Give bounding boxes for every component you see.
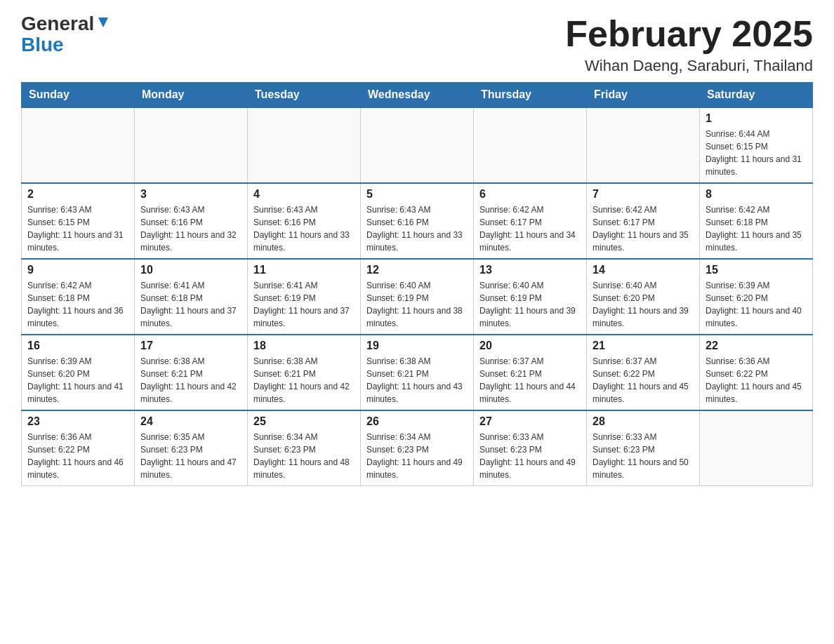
day-info: Sunrise: 6:42 AMSunset: 6:18 PMDaylight:…: [706, 203, 807, 254]
table-row: 11Sunrise: 6:41 AMSunset: 6:19 PMDayligh…: [248, 259, 361, 335]
day-number: 11: [253, 264, 355, 276]
table-row: 23Sunrise: 6:36 AMSunset: 6:22 PMDayligh…: [22, 410, 135, 486]
table-row: 18Sunrise: 6:38 AMSunset: 6:21 PMDayligh…: [248, 335, 361, 410]
header-tuesday: Tuesday: [248, 83, 361, 108]
day-number: 14: [593, 264, 694, 276]
day-number: 26: [366, 415, 468, 428]
day-number: 4: [253, 188, 355, 201]
table-row: 17Sunrise: 6:38 AMSunset: 6:21 PMDayligh…: [135, 335, 248, 410]
day-info: Sunrise: 6:40 AMSunset: 6:20 PMDaylight:…: [593, 279, 694, 330]
day-info: Sunrise: 6:34 AMSunset: 6:23 PMDaylight:…: [253, 431, 355, 481]
day-info: Sunrise: 6:33 AMSunset: 6:23 PMDaylight:…: [593, 431, 694, 481]
day-number: 3: [140, 188, 241, 201]
day-info: Sunrise: 6:41 AMSunset: 6:19 PMDaylight:…: [253, 279, 355, 330]
table-row: [248, 107, 361, 183]
table-row: 6Sunrise: 6:42 AMSunset: 6:17 PMDaylight…: [474, 183, 587, 259]
day-info: Sunrise: 6:39 AMSunset: 6:20 PMDaylight:…: [27, 355, 128, 405]
logo-text-general: General: [21, 14, 94, 34]
logo-arrow-icon: [95, 15, 111, 30]
day-number: 22: [706, 340, 807, 352]
weekday-header-row: Sunday Monday Tuesday Wednesday Thursday…: [22, 83, 813, 108]
table-row: 14Sunrise: 6:40 AMSunset: 6:20 PMDayligh…: [587, 259, 700, 335]
table-row: 16Sunrise: 6:39 AMSunset: 6:20 PMDayligh…: [22, 335, 135, 410]
day-info: Sunrise: 6:40 AMSunset: 6:19 PMDaylight:…: [479, 279, 581, 330]
day-info: Sunrise: 6:40 AMSunset: 6:19 PMDaylight:…: [366, 279, 468, 330]
table-row: 7Sunrise: 6:42 AMSunset: 6:17 PMDaylight…: [587, 183, 700, 259]
day-number: 20: [479, 340, 581, 352]
table-row: [22, 107, 135, 183]
calendar-week-row: 23Sunrise: 6:36 AMSunset: 6:22 PMDayligh…: [22, 410, 813, 486]
table-row: 2Sunrise: 6:43 AMSunset: 6:15 PMDaylight…: [22, 183, 135, 259]
day-number: 24: [140, 415, 241, 428]
calendar-week-row: 16Sunrise: 6:39 AMSunset: 6:20 PMDayligh…: [22, 335, 813, 410]
day-info: Sunrise: 6:42 AMSunset: 6:17 PMDaylight:…: [479, 203, 581, 254]
day-info: Sunrise: 6:37 AMSunset: 6:21 PMDaylight:…: [479, 355, 581, 405]
table-row: 13Sunrise: 6:40 AMSunset: 6:19 PMDayligh…: [474, 259, 587, 335]
day-number: 13: [479, 264, 581, 276]
header-thursday: Thursday: [474, 83, 587, 108]
day-number: 9: [27, 264, 128, 276]
calendar-title: February 2025: [565, 14, 813, 54]
day-info: Sunrise: 6:43 AMSunset: 6:16 PMDaylight:…: [366, 203, 468, 254]
header-saturday: Saturday: [700, 83, 813, 108]
table-row: 10Sunrise: 6:41 AMSunset: 6:18 PMDayligh…: [135, 259, 248, 335]
day-number: 10: [140, 264, 241, 276]
day-info: Sunrise: 6:38 AMSunset: 6:21 PMDaylight:…: [366, 355, 468, 405]
table-row: 3Sunrise: 6:43 AMSunset: 6:16 PMDaylight…: [135, 183, 248, 259]
day-number: 1: [706, 112, 807, 125]
table-row: 8Sunrise: 6:42 AMSunset: 6:18 PMDaylight…: [700, 183, 813, 259]
calendar-subtitle: Wihan Daeng, Saraburi, Thailand: [565, 57, 813, 75]
day-number: 21: [593, 340, 694, 352]
table-row: 22Sunrise: 6:36 AMSunset: 6:22 PMDayligh…: [700, 335, 813, 410]
table-row: [135, 107, 248, 183]
day-info: Sunrise: 6:38 AMSunset: 6:21 PMDaylight:…: [253, 355, 355, 405]
table-row: 1Sunrise: 6:44 AMSunset: 6:15 PMDaylight…: [700, 107, 813, 183]
day-number: 23: [27, 415, 128, 428]
table-row: 28Sunrise: 6:33 AMSunset: 6:23 PMDayligh…: [587, 410, 700, 486]
day-info: Sunrise: 6:43 AMSunset: 6:15 PMDaylight:…: [27, 203, 128, 254]
day-info: Sunrise: 6:43 AMSunset: 6:16 PMDaylight:…: [140, 203, 241, 254]
day-number: 6: [479, 188, 581, 201]
day-number: 16: [27, 340, 128, 352]
table-row: 5Sunrise: 6:43 AMSunset: 6:16 PMDaylight…: [361, 183, 474, 259]
day-info: Sunrise: 6:42 AMSunset: 6:17 PMDaylight:…: [593, 203, 694, 254]
day-number: 25: [253, 415, 355, 428]
logo-text-blue: Blue: [21, 34, 64, 56]
table-row: [474, 107, 587, 183]
table-row: 19Sunrise: 6:38 AMSunset: 6:21 PMDayligh…: [361, 335, 474, 410]
day-info: Sunrise: 6:44 AMSunset: 6:15 PMDaylight:…: [706, 128, 807, 178]
table-row: 9Sunrise: 6:42 AMSunset: 6:18 PMDaylight…: [22, 259, 135, 335]
calendar-week-row: 2Sunrise: 6:43 AMSunset: 6:15 PMDaylight…: [22, 183, 813, 259]
day-info: Sunrise: 6:33 AMSunset: 6:23 PMDaylight:…: [479, 431, 581, 481]
day-info: Sunrise: 6:38 AMSunset: 6:21 PMDaylight:…: [140, 355, 241, 405]
title-block: February 2025 Wihan Daeng, Saraburi, Tha…: [565, 14, 813, 75]
day-number: 18: [253, 340, 355, 352]
table-row: 25Sunrise: 6:34 AMSunset: 6:23 PMDayligh…: [248, 410, 361, 486]
day-number: 2: [27, 188, 128, 201]
svg-marker-0: [98, 18, 108, 27]
table-row: 20Sunrise: 6:37 AMSunset: 6:21 PMDayligh…: [474, 335, 587, 410]
table-row: 26Sunrise: 6:34 AMSunset: 6:23 PMDayligh…: [361, 410, 474, 486]
day-info: Sunrise: 6:41 AMSunset: 6:18 PMDaylight:…: [140, 279, 241, 330]
day-number: 12: [366, 264, 468, 276]
header-monday: Monday: [135, 83, 248, 108]
day-number: 7: [593, 188, 694, 201]
day-number: 8: [706, 188, 807, 201]
day-number: 15: [706, 264, 807, 276]
calendar-week-row: 9Sunrise: 6:42 AMSunset: 6:18 PMDaylight…: [22, 259, 813, 335]
day-info: Sunrise: 6:37 AMSunset: 6:22 PMDaylight:…: [593, 355, 694, 405]
day-info: Sunrise: 6:42 AMSunset: 6:18 PMDaylight:…: [27, 279, 128, 330]
day-info: Sunrise: 6:43 AMSunset: 6:16 PMDaylight:…: [253, 203, 355, 254]
day-number: 5: [366, 188, 468, 201]
table-row: [587, 107, 700, 183]
day-number: 17: [140, 340, 241, 352]
header-sunday: Sunday: [22, 83, 135, 108]
table-row: 4Sunrise: 6:43 AMSunset: 6:16 PMDaylight…: [248, 183, 361, 259]
table-row: 21Sunrise: 6:37 AMSunset: 6:22 PMDayligh…: [587, 335, 700, 410]
day-info: Sunrise: 6:36 AMSunset: 6:22 PMDaylight:…: [27, 431, 128, 481]
day-number: 28: [593, 415, 694, 428]
calendar-week-row: 1Sunrise: 6:44 AMSunset: 6:15 PMDaylight…: [22, 107, 813, 183]
day-info: Sunrise: 6:36 AMSunset: 6:22 PMDaylight:…: [706, 355, 807, 405]
table-row: [700, 410, 813, 486]
day-number: 27: [479, 415, 581, 428]
